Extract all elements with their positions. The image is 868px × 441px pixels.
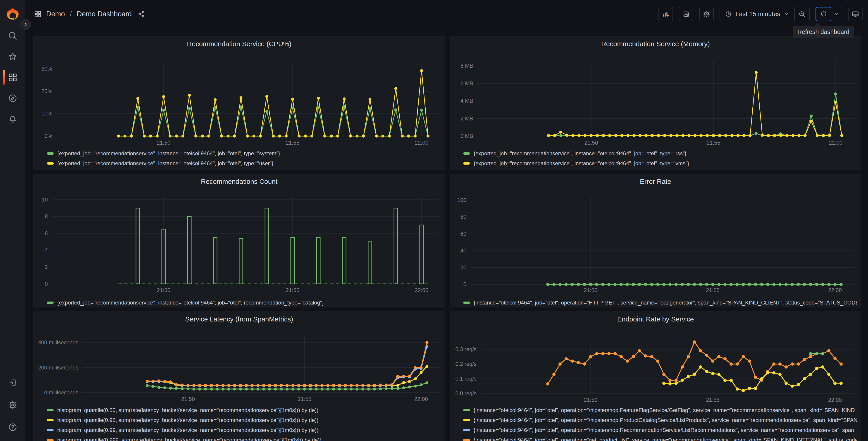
legend-swatch-blue[interactable] — [47, 429, 54, 431]
legend-swatch-green[interactable] — [463, 409, 470, 411]
refresh-controls — [815, 7, 842, 21]
zoom-out-button[interactable] — [795, 7, 809, 21]
legend-swatch-green[interactable] — [47, 152, 54, 155]
refresh-interval-button[interactable] — [831, 7, 842, 21]
legend-swatch-green[interactable] — [47, 409, 54, 411]
legend-label[interactable]: histogram_quantile(0.99, sum(rate(latenc… — [57, 427, 318, 433]
search-icon — [8, 31, 18, 40]
y-tick-label: 2 — [45, 264, 48, 270]
legend-item: histogram_quantile(0.99, sum(rate(latenc… — [47, 426, 441, 434]
legend-label[interactable]: {exported_job="recommendationservice", i… — [57, 160, 273, 167]
sidebar-expand-button[interactable] — [20, 19, 31, 30]
legend-label[interactable]: {instance="otelcol:9464", job="otel", op… — [474, 417, 857, 423]
x-tick-label: 21:55 — [286, 287, 299, 293]
share-icon[interactable] — [137, 10, 145, 18]
apps-grid-icon[interactable] — [34, 10, 42, 18]
x-tick-label: 22:00 — [415, 287, 428, 293]
legend-swatch-yellow[interactable] — [47, 419, 54, 421]
legend-item: {exported_job="recommendationservice", i… — [47, 150, 441, 157]
panel-count: Recommendations Count024681021:5021:5522… — [33, 174, 445, 307]
tv-mode-button[interactable] — [848, 7, 863, 21]
breadcrumb-dashboard[interactable]: Demo Dashboard — [77, 10, 132, 18]
legend-swatch-green[interactable] — [463, 301, 470, 304]
legend-swatch-orange[interactable] — [47, 439, 54, 441]
panel-title[interactable]: Service Latency (from SpanMetrics) — [34, 315, 445, 323]
legend-label[interactable]: {instance="otelcol:9464", job="otel", op… — [474, 299, 857, 306]
legend-label[interactable]: {instance="otelcol:9464", job="otel", op… — [474, 427, 857, 433]
y-tick-label: 100 — [457, 197, 466, 203]
x-tick-label: 21:50 — [157, 287, 170, 293]
sidebar-item-search[interactable] — [0, 25, 25, 46]
legend-label[interactable]: {instance="otelcol:9464", job="otel", op… — [474, 407, 857, 413]
legend-label[interactable]: {instance="otelcol:9464", job="otel", op… — [474, 437, 857, 441]
panel-lat: Service Latency (from SpanMetrics)0 mill… — [33, 312, 445, 441]
legend-item: histogram_quantile(0.95, sum(rate(latenc… — [47, 416, 441, 424]
y-tick-label: 4 — [45, 247, 48, 253]
panel-title[interactable]: Recommendations Count — [34, 178, 445, 185]
x-tick-label: 21:55 — [707, 140, 720, 146]
y-tick-label: 20 — [460, 264, 466, 270]
sidebar-item-explore[interactable] — [0, 88, 25, 109]
x-tick-label: 21:50 — [157, 140, 170, 146]
legend-item: {exported_job="recommendationservice", i… — [463, 150, 857, 157]
y-tick-label: 0.0 req/s — [456, 390, 476, 396]
chart-canvas-count[interactable]: 024681021:5021:5522:00 — [34, 174, 445, 308]
clock-icon — [725, 11, 732, 18]
add-panel-icon — [662, 10, 670, 18]
legend-swatch-yellow[interactable] — [463, 162, 470, 165]
legend-swatch-yellow[interactable] — [463, 419, 470, 421]
sidebar-item-help[interactable] — [0, 416, 25, 438]
save-dashboard-button[interactable] — [679, 7, 693, 21]
x-tick-label: 22:00 — [829, 140, 842, 146]
y-tick-label: 4 MB — [461, 98, 473, 104]
y-tick-label: 0.1 req/s — [456, 376, 476, 382]
legend-swatch-green[interactable] — [463, 152, 470, 155]
sidebar-item-settings[interactable] — [0, 394, 25, 416]
panel-title[interactable]: Recommendation Service (Memory) — [450, 40, 861, 48]
y-tick-label: 2 MB — [461, 115, 473, 122]
legend-label[interactable]: {exported_job="recommendationservice", i… — [57, 150, 280, 157]
sidebar-item-alerting[interactable] — [0, 109, 25, 129]
star-icon — [8, 52, 18, 61]
bell-icon — [8, 114, 18, 124]
x-tick-label: 21:50 — [181, 396, 195, 402]
compass-icon — [8, 93, 18, 103]
x-tick-label: 21:50 — [584, 287, 597, 293]
panel-cpu: Recommendation Service (CPU%)0%10%20%30%… — [33, 36, 445, 170]
legend-label[interactable]: {exported_job="recommendationservice", i… — [57, 299, 324, 306]
legend-label[interactable]: histogram_quantile(0.999, sum(rate(laten… — [57, 437, 321, 441]
legend-label[interactable]: {exported_job="recommendationservice", i… — [474, 160, 689, 167]
x-tick-label: 21:50 — [584, 397, 597, 403]
time-range-picker[interactable]: Last 15 minutes — [720, 7, 795, 21]
panel-title[interactable]: Recommendation Service (CPU%) — [34, 40, 445, 48]
x-tick-label: 21:50 — [585, 140, 598, 146]
breadcrumb-separator: / — [70, 10, 72, 18]
legend-swatch-blue[interactable] — [463, 429, 470, 431]
chart-canvas-err[interactable]: 02040608010021:5021:5522:00 — [450, 174, 862, 308]
legend-label[interactable]: histogram_quantile(0.50, sum(rate(latenc… — [57, 407, 318, 413]
sidebar-item-dashboards[interactable] — [0, 67, 25, 88]
chevron-down-icon — [784, 11, 789, 17]
legend-swatch-green[interactable] — [47, 301, 54, 304]
y-tick-label: 60 — [460, 231, 466, 237]
x-tick-label: 21:55 — [706, 397, 719, 403]
add-panel-button[interactable] — [658, 7, 673, 21]
sidebar-item-favorites[interactable] — [0, 46, 25, 67]
legend-swatch-yellow[interactable] — [47, 162, 54, 165]
x-tick-label: 21:55 — [706, 287, 719, 293]
breadcrumb-folder[interactable]: Demo — [46, 10, 65, 18]
panel-title[interactable]: Error Rate — [450, 178, 861, 185]
refresh-dashboard-button[interactable] — [815, 7, 831, 21]
y-tick-label: 6 MB — [461, 80, 473, 86]
legend-label[interactable]: {exported_job="recommendationservice", i… — [474, 150, 686, 157]
save-icon — [682, 10, 690, 18]
dashboard-settings-button[interactable] — [699, 7, 714, 21]
y-tick-label: 400 milliseconds — [38, 340, 78, 346]
refresh-tooltip: Refresh dashboard — [793, 26, 854, 38]
sidebar-item-signin[interactable] — [0, 372, 25, 394]
legend-swatch-orange[interactable] — [463, 439, 470, 441]
y-tick-label: 0 — [463, 281, 466, 287]
panel-title[interactable]: Endpoint Rate by Service — [450, 315, 861, 323]
monitor-icon — [852, 10, 859, 18]
legend-label[interactable]: histogram_quantile(0.95, sum(rate(latenc… — [57, 417, 318, 423]
